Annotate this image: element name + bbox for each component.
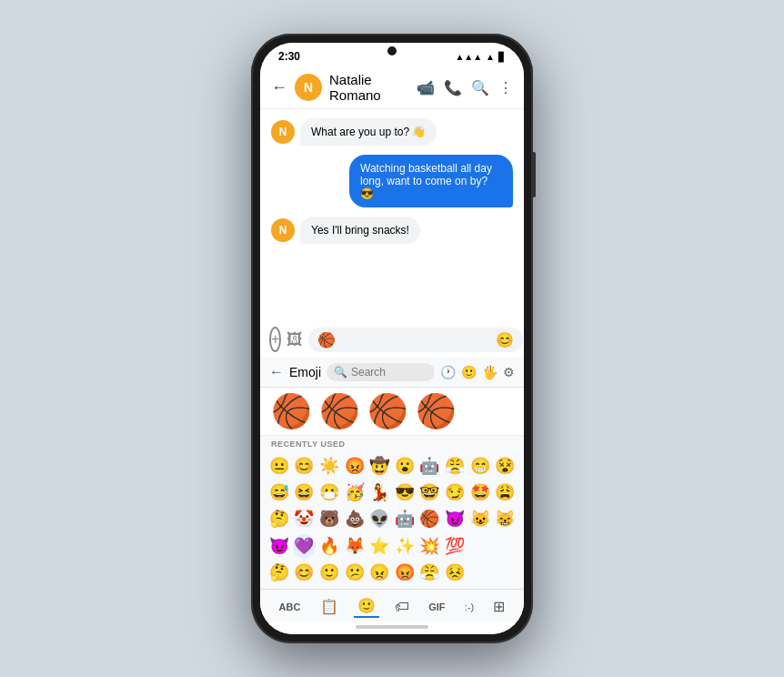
featured-emoji-1[interactable]: 🏀: [271, 395, 312, 428]
status-time: 2:30: [278, 50, 300, 63]
emoji-kb-title: Emoji: [289, 365, 321, 379]
contact-avatar: N: [295, 74, 322, 101]
featured-emoji-2[interactable]: 🏀: [319, 395, 360, 428]
phone-device: 2:30 ▲▲▲ ▲ ▊ ← N Natalie Romano 📹 📞 🔍 ⋮: [251, 34, 533, 643]
contact-name: Natalie Romano: [329, 72, 409, 103]
emoji-cell-highlighted[interactable]: 💜: [293, 534, 317, 559]
emoji-cell[interactable]: 💩: [343, 507, 367, 531]
emoji-cell[interactable]: 💥: [418, 534, 442, 559]
emoji-cell[interactable]: 🙂: [317, 561, 341, 585]
emoji-cell[interactable]: 🏀: [418, 507, 442, 531]
emoji-cell[interactable]: 😣: [443, 561, 467, 585]
message-text: What are you up to? 👋: [311, 126, 426, 138]
emoji-cell[interactable]: 🐻: [317, 507, 341, 531]
emoji-hand-tab[interactable]: 🖐: [482, 365, 498, 379]
emoji-grid: 😐 😊 ☀️ 😡 🤠 😮 🤖 😤 😁 😵 😅 😆 😷 🥳 💃 😎 🤓 😏: [260, 450, 524, 589]
kb-abc-button[interactable]: ABC: [276, 600, 305, 614]
emoji-cell[interactable]: 🤖: [393, 507, 417, 531]
emoji-cell[interactable]: [493, 534, 517, 559]
emoji-cell[interactable]: 😐: [267, 454, 291, 479]
emoji-cell[interactable]: 😡: [343, 454, 367, 479]
emoji-cell[interactable]: [468, 534, 492, 559]
emoji-recent-tab[interactable]: 🕐: [440, 365, 456, 379]
sender-avatar: N: [271, 120, 295, 144]
message-text: Yes I'll bring snacks!: [311, 224, 409, 237]
emoji-cell[interactable]: 😤: [443, 454, 467, 479]
emoji-cell[interactable]: 💯: [443, 534, 467, 559]
message-input[interactable]: [339, 333, 492, 347]
emoji-cell[interactable]: [493, 561, 517, 585]
received-message-bubble: Yes I'll bring snacks!: [300, 217, 420, 244]
emoji-cell[interactable]: 😸: [493, 507, 517, 531]
emoji-cell[interactable]: 🤓: [418, 480, 442, 505]
emoji-cell[interactable]: 😆: [293, 480, 317, 505]
emoji-cell[interactable]: 😊: [293, 454, 317, 479]
image-attach-icon[interactable]: 🖼: [286, 330, 303, 349]
emoji-settings-icon[interactable]: ⚙: [503, 365, 515, 379]
emoji-cell[interactable]: 😊: [293, 561, 317, 585]
message-text: Watching basketball all day long, want t…: [360, 162, 492, 200]
emoji-cell[interactable]: 😡: [393, 561, 417, 585]
emoji-cell[interactable]: 😤: [418, 561, 442, 585]
emoji-cell[interactable]: 😵: [493, 454, 517, 479]
emoji-kb-back-button[interactable]: ←: [269, 364, 284, 380]
emoji-cell[interactable]: 🥳: [343, 480, 367, 505]
camera-notch: [387, 46, 397, 56]
kb-more-icon[interactable]: ⊞: [489, 596, 508, 617]
emoji-cell[interactable]: 🤡: [293, 507, 317, 531]
emoji-cell[interactable]: 😎: [393, 480, 417, 505]
emoji-cell[interactable]: 😅: [267, 480, 291, 505]
video-call-icon[interactable]: 📹: [417, 79, 435, 96]
emoji-cell[interactable]: 😩: [493, 480, 517, 505]
emoji-cell[interactable]: 🦊: [343, 534, 367, 559]
emoji-cell[interactable]: 😈: [267, 534, 291, 559]
emoji-cell[interactable]: 😺: [468, 507, 492, 531]
emoji-cell[interactable]: 👽: [367, 507, 391, 531]
emoji-picker-icon[interactable]: 😊: [496, 331, 514, 349]
emoji-face-tab[interactable]: 🙂: [461, 365, 477, 379]
emoji-search-box[interactable]: 🔍: [327, 363, 435, 381]
emoji-cell[interactable]: ☀️: [317, 454, 341, 479]
emoji-cell[interactable]: ⭐: [367, 534, 391, 559]
emoji-cell[interactable]: 😠: [367, 561, 391, 585]
emoji-cell[interactable]: [468, 561, 492, 585]
emoji-cell[interactable]: 😈: [443, 507, 467, 531]
app-bar: ← N Natalie Romano 📹 📞 🔍 ⋮: [260, 66, 524, 109]
recently-used-label: RECENTLY USED: [260, 436, 524, 450]
back-button[interactable]: ←: [271, 78, 287, 97]
emoji-cell[interactable]: 😁: [468, 454, 492, 479]
kb-gif-button[interactable]: GIF: [425, 600, 448, 614]
emoji-cell[interactable]: 😏: [443, 480, 467, 505]
emoji-cell[interactable]: 😕: [343, 561, 367, 585]
power-button: [533, 152, 536, 197]
featured-emoji-3[interactable]: 🏀: [367, 395, 408, 428]
kb-sticker-icon[interactable]: 🏷: [391, 597, 413, 617]
emoji-cell[interactable]: ✨: [393, 534, 417, 559]
emoji-cell[interactable]: 🤩: [468, 480, 492, 505]
kb-emoji-icon[interactable]: 🙂: [354, 595, 379, 618]
signal-icon: ▲▲▲: [455, 52, 482, 62]
emoji-search-input[interactable]: [351, 366, 406, 379]
more-options-icon[interactable]: ⋮: [498, 79, 513, 96]
messages-area: N What are you up to? 👋 Watching basketb…: [260, 109, 524, 321]
emoji-cell[interactable]: 😷: [317, 480, 341, 505]
status-icons: ▲▲▲ ▲ ▊: [455, 52, 506, 62]
emoji-cell[interactable]: 😮: [393, 454, 417, 479]
message-row: Watching basketball all day long, want t…: [271, 155, 513, 207]
emoji-cell[interactable]: 💃: [367, 480, 391, 505]
emoji-cell[interactable]: 🔥: [317, 534, 341, 559]
emoji-cell[interactable]: 🤠: [367, 454, 391, 479]
voice-call-icon[interactable]: 📞: [444, 79, 462, 96]
emoji-keyboard: ← Emoji 🔍 🕐 🙂 🖐 ⚙ 🏀 🏀 🏀 🏀 RECENTLY USE: [260, 358, 524, 621]
emoji-cell[interactable]: 🤔: [267, 561, 291, 585]
kb-emoticon-button[interactable]: :-): [461, 600, 477, 614]
emoji-search-icon: 🔍: [334, 366, 347, 379]
featured-emoji-4[interactable]: 🏀: [416, 395, 457, 428]
kb-clipboard-icon[interactable]: 📋: [317, 596, 342, 617]
add-button[interactable]: +: [269, 327, 281, 352]
sender-avatar: N: [271, 218, 295, 242]
emoji-cell[interactable]: 🤔: [267, 507, 291, 531]
featured-emojis-row: 🏀 🏀 🏀 🏀: [260, 388, 524, 436]
search-icon[interactable]: 🔍: [471, 79, 489, 96]
emoji-cell[interactable]: 🤖: [418, 454, 442, 479]
